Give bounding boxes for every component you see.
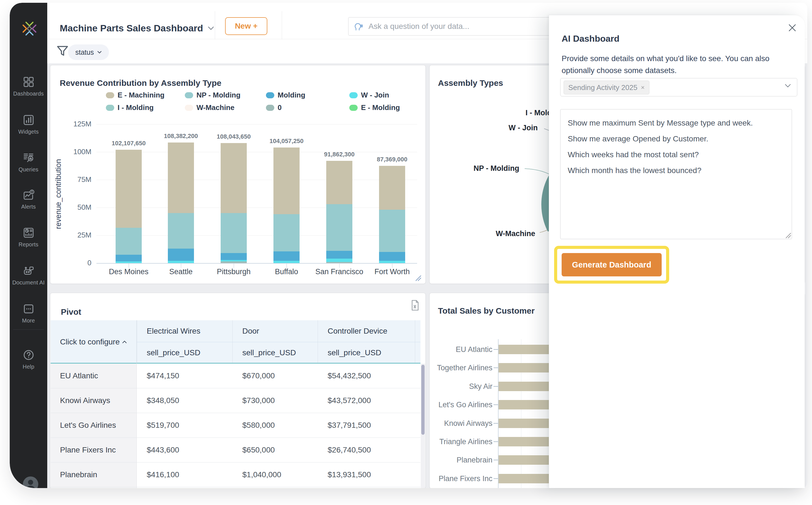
sidebar-item-more[interactable]: More xyxy=(10,303,47,324)
voice-search-icon xyxy=(353,21,364,32)
stacked-bar[interactable] xyxy=(221,143,247,263)
pivot-column-header[interactable]: Controller Device xyxy=(327,320,387,342)
pivot-measure-header[interactable]: sell_price_USD xyxy=(327,342,381,364)
prompt-textarea[interactable]: Show me maximum Sent by Message type and… xyxy=(560,109,792,239)
help-icon xyxy=(22,349,35,361)
knowi-logo-icon[interactable] xyxy=(20,19,39,39)
pivot-configure-button[interactable]: Click to configure xyxy=(50,320,137,364)
sales-axis-tick xyxy=(494,423,498,424)
x-category-label: Des Moines xyxy=(98,268,159,276)
pivot-column-divider xyxy=(137,320,137,363)
gridline xyxy=(97,235,417,235)
pivot-cell: $443,600 xyxy=(137,438,232,462)
sidebar-item-alerts[interactable]: Alerts xyxy=(10,189,47,210)
pivot-cell: $670,000 xyxy=(232,364,318,388)
widget-title: Pivot xyxy=(61,307,81,317)
stacked-bar[interactable] xyxy=(116,150,142,263)
pivot-scrollbar-thumb[interactable] xyxy=(421,365,425,435)
gridline xyxy=(97,263,417,264)
bar-segment-np_molding xyxy=(379,210,405,252)
sidebar-item-queries[interactable]: Queries xyxy=(10,151,47,173)
sidebar-item-help[interactable]: Help xyxy=(10,349,47,370)
stacked-bar[interactable] xyxy=(273,148,299,263)
bar-segment-w_join xyxy=(168,261,194,263)
pivot-cell: $54,432,500 xyxy=(318,364,415,388)
sales-axis-tick xyxy=(494,460,498,460)
bar-segment-np_molding xyxy=(273,214,299,251)
table-row: Let's Go Airlines$519,700$580,000$37,791… xyxy=(50,413,420,438)
sales-gridline xyxy=(521,339,521,488)
x-axis-tick xyxy=(286,264,287,268)
table-row: Plane Fixers Inc$443,600$650,000$26,740,… xyxy=(50,438,420,463)
sales-category-label: Together Airlines xyxy=(430,363,493,373)
sales-axis-tick xyxy=(494,386,498,387)
pivot-row-header: Let's Go Airlines xyxy=(50,413,137,438)
bar-segment-np_molding xyxy=(116,228,142,255)
sidebar-item-dashboards[interactable]: Dashboards xyxy=(10,75,47,97)
nlp-search-box[interactable] xyxy=(348,17,555,35)
bar-segment-np_molding xyxy=(326,204,352,251)
bar-value-label: 87,369,000 xyxy=(356,156,426,163)
app-window: Dashboards Widgets Queries xyxy=(0,0,812,505)
sales-axis-tick xyxy=(494,404,498,405)
chevron-up-icon xyxy=(122,340,127,344)
y-axis-title: revenue_contribution xyxy=(54,148,63,240)
bar-segment-w_join xyxy=(326,259,352,262)
pivot-configure-label: Click to configure xyxy=(60,337,120,346)
x-axis-tick xyxy=(339,264,340,268)
sidebar-item-label: More xyxy=(10,318,47,324)
document-ai-icon xyxy=(22,265,35,277)
sidebar-divider xyxy=(13,329,44,330)
pivot-cell-spacer xyxy=(415,388,420,413)
sales-category-label: EU Atlantic xyxy=(430,344,493,354)
pivot-measure-header[interactable]: sell_price_USD xyxy=(242,342,296,364)
chip-remove-icon[interactable] xyxy=(641,86,645,90)
table-row: EU Atlantic$474,150$670,000$54,432,500 xyxy=(50,364,420,388)
pivot-scrollbar[interactable] xyxy=(421,364,425,488)
sidebar-item-reports[interactable]: Reports xyxy=(10,226,47,248)
pivot-cell: $730,000 xyxy=(232,388,318,413)
bar-segment-zero xyxy=(221,262,247,263)
close-icon[interactable] xyxy=(787,22,798,33)
sidebar-item-document-ai[interactable]: Document AI xyxy=(10,265,47,286)
pivot-column-header[interactable]: Door xyxy=(242,320,259,342)
sidebar-item-widgets[interactable]: Widgets xyxy=(10,114,47,135)
search-input[interactable] xyxy=(368,22,550,31)
x-axis-tick xyxy=(392,264,392,268)
stacked-bar[interactable] xyxy=(326,161,352,263)
x-axis-tick xyxy=(234,264,234,268)
x-category-label: Seattle xyxy=(150,268,212,276)
sales-category-label: Let's Go Airlines xyxy=(430,400,493,410)
more-icon xyxy=(22,303,35,315)
bar-segment-e_machining xyxy=(326,161,352,204)
bar-value-label: 104,057,250 xyxy=(250,138,323,145)
user-avatar[interactable] xyxy=(20,474,41,488)
chevron-down-icon xyxy=(785,84,791,88)
pivot-row-header: Planebrain xyxy=(50,463,137,487)
stacked-bar[interactable] xyxy=(379,166,405,263)
pivot-column-divider xyxy=(232,320,233,363)
excel-export-icon[interactable] xyxy=(409,299,420,311)
pivot-row-header xyxy=(50,487,137,488)
filter-chip-status[interactable]: status xyxy=(68,44,109,60)
table-row: Planebrain$416,100$1,040,000$13,931,500 xyxy=(50,463,420,487)
dashboard-title-dropdown[interactable]: Machine Parts Sales Dashboard xyxy=(60,23,214,34)
dataset-select[interactable]: Sending Activity 2025 xyxy=(560,78,797,97)
sales-axis-line xyxy=(498,339,499,488)
bar-segment-w_join xyxy=(116,262,142,263)
filter-funnel-icon[interactable] xyxy=(55,43,70,58)
stacked-bar[interactable] xyxy=(168,143,194,263)
panel-title: AI Dashboard xyxy=(562,34,620,44)
pivot-column-header[interactable]: Electrical Wires xyxy=(147,320,200,342)
bar-segment-e_machining xyxy=(273,148,299,214)
resize-handle-icon[interactable] xyxy=(414,274,422,281)
generate-dashboard-button[interactable]: Generate Dashboard xyxy=(562,253,662,277)
pivot-cell: $474,150 xyxy=(137,364,232,388)
new-button[interactable]: New + xyxy=(225,17,267,35)
sidebar-item-label: Help xyxy=(10,364,47,370)
pivot-measure-header[interactable]: sell_price_USD xyxy=(147,342,200,364)
bar-segment-w_join xyxy=(273,261,299,263)
bar-segment-e_machining xyxy=(221,143,247,213)
sidebar-item-label: Queries xyxy=(10,166,47,173)
ai-dashboard-panel: AI Dashboard Provide some details on wha… xyxy=(549,15,805,488)
